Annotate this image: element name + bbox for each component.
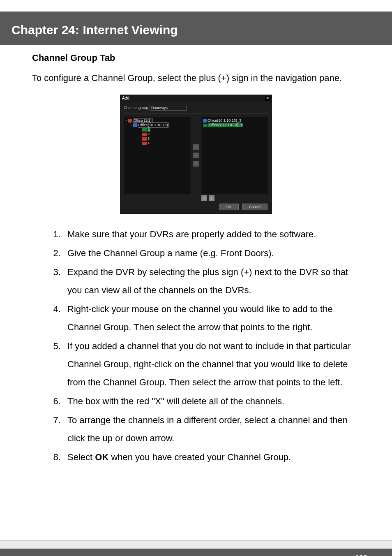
selected-item-1-label: Office(10.1.10.13)_3 [208, 118, 241, 123]
step-8-text-a: Select [67, 452, 95, 462]
dialog-panels: - Office (1/1) - Office(10.1.10.13) 1 2 … [124, 117, 268, 194]
ok-button[interactable]: OK [219, 204, 239, 210]
intro-paragraph: To configure a Channel Group, select the… [32, 69, 360, 87]
channel-group-row: Channel group [124, 105, 268, 114]
camera-icon [142, 142, 147, 145]
chapter-header: Chapter 24: Internet Viewing [0, 12, 392, 45]
dialog-body: Channel group - Office (1/1) - Office(10… [120, 102, 272, 197]
step-1: Make sure that your DVRs are properly ad… [63, 225, 360, 243]
camera-icon [142, 128, 147, 132]
dvr-icon [133, 123, 137, 127]
selected-list-panel: Office(10.1.10.13)_3 Office(10.1.10.13)_… [201, 117, 268, 194]
selected-list[interactable]: Office(10.1.10.13)_3 Office(10.1.10.13)_… [201, 117, 268, 129]
dialog-title: Add [122, 96, 129, 101]
reorder-buttons: ↑ ↓ [201, 195, 214, 201]
remove-left-button[interactable]: ← [193, 153, 199, 158]
step-2: Give the Channel Group a name (e.g. Fron… [63, 244, 360, 262]
move-up-button[interactable]: ↑ [201, 195, 207, 201]
chapter-title: Chapter 24: Internet Viewing [12, 23, 392, 37]
step-3: Expand the DVR by selecting the plus sig… [63, 263, 360, 299]
step-5: If you added a channel that you do not w… [63, 337, 360, 392]
tree-channel-1-label: 1 [148, 127, 150, 132]
camera-icon [203, 124, 208, 127]
tree-channel-2[interactable]: 2 [126, 132, 189, 137]
step-8-ok: OK [95, 452, 108, 462]
dialog-footer: OK Cancel [219, 204, 267, 210]
channel-group-label: Channel group [124, 106, 148, 110]
instruction-list: Make sure that your DVRs are properly ad… [63, 225, 360, 466]
step-8: Select OK when you have created your Cha… [63, 448, 360, 466]
close-icon[interactable]: ✕ [265, 96, 270, 101]
add-right-button[interactable]: → [193, 144, 199, 150]
camera-icon [142, 133, 147, 136]
page-footer: 102 [0, 549, 392, 556]
source-tree-panel: - Office (1/1) - Office(10.1.10.13) 1 2 … [124, 117, 191, 194]
add-dialog: Add ✕ Channel group - Office (1/1) - Off… [120, 95, 272, 214]
dialog-titlebar: Add ✕ [120, 95, 272, 102]
cancel-button[interactable]: Cancel [242, 204, 267, 210]
channel-group-input[interactable] [150, 105, 187, 111]
selected-item-2-label: Office(10.1.10.13)_1 [208, 123, 243, 127]
tree-dvr-label: Office(10.1.10.13) [138, 123, 169, 127]
building-icon [128, 119, 132, 123]
tree-channel-3-label: 3 [148, 137, 150, 141]
section-title: Channel Group Tab [32, 53, 360, 63]
dvr-icon [203, 119, 207, 123]
tree-channel-2-label: 2 [148, 132, 150, 136]
delete-all-button[interactable]: ✕ [193, 161, 199, 167]
footer-divider [0, 540, 392, 549]
step-4: Right-click your mouse on the channel yo… [63, 300, 360, 336]
transfer-buttons: → ← ✕ [193, 117, 199, 194]
camera-icon [142, 137, 147, 141]
tree-channel-1[interactable]: 1 [126, 127, 189, 132]
tree-dvr[interactable]: - Office(10.1.10.13) [126, 123, 189, 127]
move-down-button[interactable]: ↓ [209, 195, 214, 201]
selected-item-1[interactable]: Office(10.1.10.13)_3 [203, 118, 266, 123]
step-8-text-c: when you have created your Channel Group… [108, 452, 291, 462]
screenshot-container: Add ✕ Channel group - Office (1/1) - Off… [32, 95, 360, 214]
tree-channel-4-label: 4 [148, 141, 150, 145]
device-tree[interactable]: - Office (1/1) - Office(10.1.10.13) 1 2 … [124, 117, 191, 147]
step-6: The box with the red "X" will delete all… [63, 392, 360, 410]
step-7: To arrange the channels in a different o… [63, 411, 360, 447]
page-content: Channel Group Tab To configure a Channel… [0, 53, 392, 466]
selected-item-2[interactable]: Office(10.1.10.13)_1 [203, 123, 266, 127]
page-number: 102 [355, 554, 367, 556]
tree-channel-3[interactable]: 3 [126, 137, 189, 141]
tree-channel-4[interactable]: 4 [126, 141, 189, 146]
